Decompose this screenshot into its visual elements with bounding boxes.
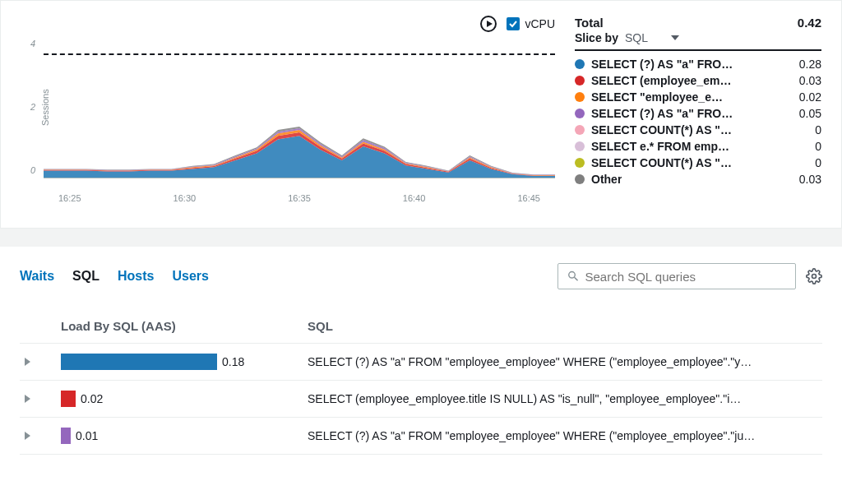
slice-label: Slice by: [575, 31, 618, 44]
sql-cell[interactable]: SELECT (?) AS "a" FROM "employee_employe…: [308, 355, 822, 368]
expand-caret-icon[interactable]: [25, 395, 30, 403]
vcpu-label: vCPU: [525, 17, 555, 30]
legend-item[interactable]: SELECT COUNT(*) AS "…0: [575, 156, 821, 169]
legend-value: 0: [815, 140, 821, 153]
total-label: Total: [575, 16, 604, 30]
legend-value: 0.03: [799, 173, 821, 186]
checkbox-icon: [507, 17, 520, 30]
header-load: Load By SQL (AAS): [61, 319, 308, 333]
legend-text: SELECT (?) AS "a" FRO…: [591, 58, 733, 71]
legend-text: SELECT (employee_em…: [591, 74, 731, 87]
load-value: 0.01: [76, 429, 98, 442]
gear-icon[interactable]: [806, 268, 822, 284]
legend-dot-icon: [575, 92, 585, 102]
search-input-wrapper[interactable]: [557, 263, 796, 289]
y-ticks: 4 2 0: [30, 39, 35, 175]
legend-item[interactable]: SELECT e.* FROM emp…0: [575, 140, 821, 153]
legend-value: 0.28: [799, 58, 821, 71]
legend-dot-icon: [575, 76, 585, 86]
tab-hosts[interactable]: Hosts: [118, 269, 154, 284]
legend-dot-icon: [575, 59, 585, 69]
chart-plot: [44, 39, 555, 178]
vcpu-checkbox[interactable]: vCPU: [507, 17, 555, 30]
svg-point-0: [812, 275, 817, 279]
legend-value: 0: [815, 156, 821, 169]
slice-dropdown[interactable]: SQL: [625, 31, 679, 44]
legend-value: 0.03: [799, 74, 821, 87]
chart-panel: vCPU Sessions 4 2 0 16:25 16:30 16:35: [0, 0, 842, 229]
table-row: 0.18SELECT (?) AS "a" FROM "employee_emp…: [20, 344, 822, 381]
legend-item[interactable]: SELECT (?) AS "a" FRO…0.28: [575, 58, 821, 71]
max-reference-line: [44, 53, 555, 55]
legend-dot-icon: [575, 158, 585, 168]
legend-value: 0.05: [799, 107, 821, 120]
legend-text: SELECT "employee_e…: [591, 90, 723, 104]
x-ticks: 16:25 16:30 16:35 16:40 16:45: [44, 193, 555, 203]
legend-item[interactable]: Other0.03: [575, 173, 821, 186]
search-input[interactable]: [585, 270, 787, 284]
legend-text: SELECT COUNT(*) AS "…: [591, 156, 732, 169]
tab-users[interactable]: Users: [172, 269, 208, 284]
chart-left: vCPU Sessions 4 2 0 16:25 16:30 16:35: [21, 16, 555, 203]
sql-cell[interactable]: SELECT (?) AS "a" FROM "employee_employe…: [308, 429, 822, 442]
legend-dot-icon: [575, 174, 585, 184]
expand-caret-icon[interactable]: [25, 358, 30, 366]
chevron-down-icon: [671, 35, 679, 40]
load-bar: [61, 391, 76, 407]
legend-text: SELECT e.* FROM emp…: [591, 140, 729, 153]
tab-waits[interactable]: Waits: [20, 269, 54, 284]
legend-text: SELECT (?) AS "a" FRO…: [591, 107, 733, 120]
sql-panel: Waits SQL Hosts Users Load By SQL (AAS) …: [0, 247, 842, 471]
legend-dot-icon: [575, 109, 585, 118]
expand-caret-icon[interactable]: [25, 432, 30, 440]
sql-cell[interactable]: SELECT (employee_employee.title IS NULL)…: [308, 392, 822, 405]
search-icon: [567, 269, 580, 284]
tabs: Waits SQL Hosts Users: [20, 269, 209, 284]
play-icon[interactable]: [480, 16, 497, 32]
table-row: 0.02SELECT (employee_employee.title IS N…: [20, 381, 822, 418]
load-value: 0.02: [81, 392, 103, 405]
legend-item[interactable]: SELECT "employee_e…0.02: [575, 90, 821, 104]
legend-value: 0: [815, 123, 821, 136]
legend-dot-icon: [575, 125, 585, 135]
legend-item[interactable]: SELECT (employee_em…0.03: [575, 74, 821, 87]
tab-sql[interactable]: SQL: [72, 269, 99, 284]
legend-value: 0.02: [799, 90, 821, 104]
legend-text: Other: [591, 173, 622, 186]
legend-text: SELECT COUNT(*) AS "…: [591, 123, 732, 136]
total-value: 0.42: [798, 16, 821, 30]
legend-item[interactable]: SELECT (?) AS "a" FRO…0.05: [575, 107, 821, 120]
load-value: 0.18: [222, 355, 244, 368]
legend-item[interactable]: SELECT COUNT(*) AS "…0: [575, 123, 821, 136]
legend-panel: Total 0.42 Slice by SQL SELECT (?) AS "a…: [575, 16, 821, 203]
load-bar: [61, 428, 71, 444]
table-row: 0.01SELECT (?) AS "a" FROM "employee_emp…: [20, 418, 822, 455]
header-sql: SQL: [308, 319, 822, 333]
table-header: Load By SQL (AAS) SQL: [20, 309, 822, 344]
legend-dot-icon: [575, 141, 585, 151]
load-bar: [61, 354, 217, 370]
